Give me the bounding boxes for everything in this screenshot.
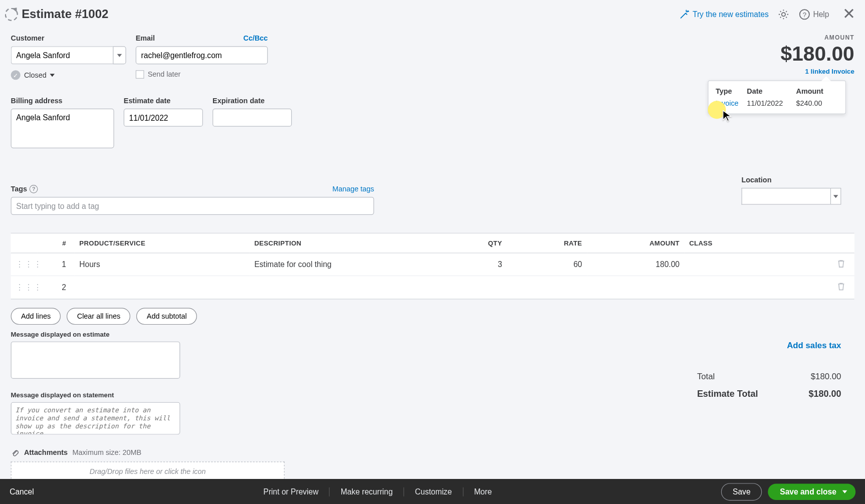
- cancel-button[interactable]: Cancel: [10, 487, 34, 496]
- delete-row-button[interactable]: [837, 261, 845, 270]
- svg-text:?: ?: [803, 11, 806, 18]
- row-product[interactable]: Hours: [75, 253, 250, 276]
- attachments-label: Attachments: [24, 448, 68, 457]
- amount-value: $180.00: [781, 42, 854, 66]
- row-class[interactable]: [685, 276, 828, 299]
- help-label: Help: [813, 10, 829, 19]
- table-row[interactable]: ⋮⋮⋮ 1 Hours Estimate for cool thing 3 60…: [11, 253, 854, 276]
- help-icon: ?: [799, 8, 811, 20]
- table-header-delete: [828, 233, 854, 253]
- delete-row-button[interactable]: [837, 283, 845, 292]
- gear-icon[interactable]: [777, 8, 790, 21]
- help-circle-icon[interactable]: ?: [30, 185, 38, 193]
- trash-icon: [837, 260, 845, 268]
- send-later-checkbox[interactable]: [136, 70, 144, 79]
- customer-select-chevron[interactable]: [113, 46, 126, 64]
- total-label: Total: [697, 372, 715, 381]
- table-row[interactable]: ⋮⋮⋮ 2: [11, 276, 854, 299]
- status-label: Closed: [24, 71, 47, 79]
- estimate-date-label: Estimate date: [124, 97, 203, 105]
- msg-estimate-label: Message displayed on estimate: [11, 331, 854, 338]
- row-num: 2: [37, 276, 75, 299]
- table-header-rate: RATE: [507, 233, 587, 253]
- add-lines-button[interactable]: Add lines: [11, 308, 61, 325]
- wand-icon: [680, 10, 689, 19]
- chevron-down-icon: [833, 195, 838, 198]
- tags-label: Tags: [11, 185, 27, 193]
- drag-handle-icon[interactable]: ⋮⋮⋮: [16, 260, 43, 269]
- row-amount[interactable]: [587, 276, 684, 299]
- customer-label: Customer: [11, 34, 126, 43]
- row-qty[interactable]: 3: [424, 253, 507, 276]
- row-amount[interactable]: 180.00: [587, 253, 684, 276]
- save-and-close-label: Save and close: [780, 487, 836, 496]
- email-input[interactable]: [136, 46, 268, 64]
- row-rate[interactable]: [507, 276, 587, 299]
- popover-col-amount: Amount: [796, 87, 838, 96]
- send-later-label: Send later: [148, 70, 181, 79]
- help-button[interactable]: ? Help: [799, 8, 829, 20]
- clear-lines-button[interactable]: Clear all lines: [67, 308, 130, 325]
- estimate-total-label: Estimate Total: [697, 388, 758, 398]
- chevron-down-icon: [842, 490, 847, 493]
- estimate-date-input[interactable]: [124, 109, 203, 127]
- attachments-max: Maximum size: 20MB: [73, 448, 141, 457]
- popover-col-date: Date: [747, 87, 795, 96]
- linked-invoice-link[interactable]: 1 linked Invoice: [781, 68, 854, 75]
- table-header-num: #: [37, 233, 75, 253]
- table-header-product: PRODUCT/SERVICE: [75, 233, 250, 253]
- msg-statement-textarea[interactable]: [11, 402, 180, 435]
- row-rate[interactable]: 60: [507, 253, 587, 276]
- msg-estimate-textarea[interactable]: [11, 342, 180, 379]
- billing-address-textarea[interactable]: Angela Sanford: [11, 109, 114, 148]
- linked-invoice-amount: $240.00: [796, 99, 838, 108]
- add-subtotal-button[interactable]: Add subtotal: [136, 308, 197, 325]
- make-recurring-button[interactable]: Make recurring: [329, 487, 403, 496]
- row-description[interactable]: [250, 276, 424, 299]
- print-preview-button[interactable]: Print or Preview: [253, 487, 329, 496]
- row-class[interactable]: [685, 253, 828, 276]
- caret-down-icon: [50, 74, 55, 77]
- expiration-date-input[interactable]: [212, 109, 292, 127]
- table-header-description: DESCRIPTION: [250, 233, 424, 253]
- table-header-qty: QTY: [424, 233, 507, 253]
- chevron-down-icon: [117, 54, 122, 57]
- check-circle-icon: ✓: [11, 70, 21, 80]
- amount-label: AMOUNT: [781, 34, 854, 41]
- paperclip-icon: [11, 448, 20, 457]
- table-header-amount: AMOUNT: [587, 233, 684, 253]
- row-description[interactable]: Estimate for cool thing: [250, 253, 424, 276]
- add-sales-tax-link[interactable]: Add sales tax: [697, 340, 841, 350]
- row-qty[interactable]: [424, 276, 507, 299]
- manage-tags-link[interactable]: Manage tags: [332, 185, 374, 193]
- status-dropdown[interactable]: ✓ Closed: [11, 70, 126, 80]
- billing-address-label: Billing address: [11, 97, 114, 105]
- page-title: Estimate #1002: [22, 7, 108, 21]
- expiration-date-label: Expiration date: [212, 97, 292, 105]
- ccbcc-link[interactable]: Cc/Bcc: [244, 34, 268, 43]
- popover-col-type: Type: [716, 87, 746, 96]
- cursor-pointer-icon: [721, 109, 734, 124]
- total-value: $180.00: [811, 372, 841, 381]
- save-and-close-button[interactable]: Save and close: [768, 483, 855, 499]
- row-num: 1: [37, 253, 75, 276]
- row-product[interactable]: [75, 276, 250, 299]
- customize-button[interactable]: Customize: [403, 487, 463, 496]
- tags-input[interactable]: [11, 197, 374, 215]
- recurring-icon: [5, 8, 18, 21]
- customer-select-input[interactable]: [11, 46, 113, 64]
- try-new-estimates-link[interactable]: Try the new estimates: [680, 10, 769, 19]
- drag-handle-icon[interactable]: ⋮⋮⋮: [16, 283, 43, 292]
- location-select-input[interactable]: [742, 188, 830, 205]
- close-button[interactable]: ✕: [837, 5, 860, 24]
- try-new-estimates-label: Try the new estimates: [693, 10, 769, 19]
- linked-invoice-date: 11/01/2022: [747, 99, 795, 108]
- location-select-chevron[interactable]: [830, 188, 841, 205]
- estimate-total-value: $180.00: [808, 388, 841, 398]
- more-button[interactable]: More: [463, 487, 503, 496]
- table-header-drag: [11, 233, 37, 253]
- svg-point-0: [782, 13, 785, 16]
- trash-icon: [837, 282, 845, 291]
- location-label: Location: [742, 176, 841, 184]
- save-button[interactable]: Save: [721, 483, 762, 500]
